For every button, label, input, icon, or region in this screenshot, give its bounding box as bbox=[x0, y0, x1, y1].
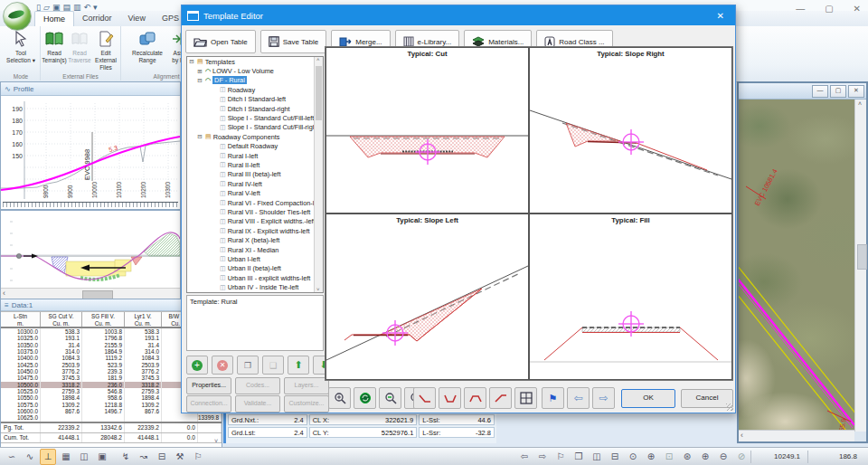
pan-icon[interactable]: ⊛ bbox=[679, 449, 695, 465]
tree-item[interactable]: ◫Default Roadway bbox=[187, 142, 323, 151]
read-terrains-button[interactable]: Read Terrain(s) bbox=[41, 28, 68, 64]
tree-item[interactable]: ◫Rural X (beta)-left bbox=[187, 235, 323, 244]
table-row[interactable]: 10625.013399.8 bbox=[1, 414, 222, 421]
tree-expander-icon[interactable]: ⊟ bbox=[196, 133, 203, 140]
tree-expander-icon[interactable]: ⊟ bbox=[188, 58, 195, 65]
recalculate-range-button[interactable]: Recalculate Range bbox=[130, 28, 165, 64]
add-button[interactable]: + bbox=[186, 356, 208, 375]
tree-item[interactable]: ◫Urban II (beta)-left bbox=[187, 264, 323, 273]
tree-item[interactable]: ◫Ditch I Standard-left bbox=[187, 95, 323, 104]
plan-minimize-icon[interactable]: — bbox=[812, 85, 828, 98]
layers-button[interactable]: Layers... bbox=[284, 377, 329, 394]
scroll-up-icon[interactable]: ˄ bbox=[316, 57, 320, 62]
scroll-up-icon[interactable]: ˄ bbox=[858, 100, 862, 107]
tree-item[interactable]: ◫Urban IV - Inside Tie-left bbox=[187, 282, 323, 291]
tree-item[interactable]: ◫Slope I - Standard Cut/Fill-left bbox=[187, 113, 323, 122]
plan-close-icon[interactable]: ✕ bbox=[848, 85, 864, 98]
open-table-button[interactable]: Open Table bbox=[185, 30, 256, 53]
flag-icon[interactable]: ⚐ bbox=[552, 449, 569, 465]
tools-icon[interactable]: ⚒ bbox=[172, 449, 188, 465]
tree-item[interactable]: ◫Rural VII - Shoulder Ties-left bbox=[187, 207, 323, 216]
find-icon[interactable]: ⊙ bbox=[625, 449, 641, 465]
ribbon-tab[interactable]: View bbox=[120, 11, 154, 26]
zoom-off-icon[interactable]: ⊘ bbox=[733, 449, 750, 465]
tree-item[interactable]: ◫Rural XI - Median bbox=[187, 245, 323, 254]
preview-slope-right[interactable]: Typical: Slope Right bbox=[529, 47, 732, 214]
maximize-icon[interactable]: ▢ bbox=[825, 4, 833, 14]
tree-item[interactable]: ◫Rural VI - Fixed Compaction-left bbox=[187, 198, 323, 207]
data-view-icon[interactable]: ▦ bbox=[58, 449, 74, 465]
save-table-button[interactable]: Save Table bbox=[260, 30, 326, 53]
close-icon[interactable]: ✕ bbox=[854, 4, 861, 14]
next-button[interactable]: ⇨ bbox=[592, 387, 615, 409]
delete-button[interactable]: ✕ bbox=[212, 356, 233, 375]
grid-toggle-icon[interactable] bbox=[514, 387, 537, 409]
preview-slope-left[interactable]: Typical: Slope Left bbox=[326, 214, 529, 380]
profile-view-icon[interactable]: ∿ bbox=[22, 449, 38, 465]
tree-item[interactable]: ◫Ditch I Standard-right bbox=[187, 104, 323, 113]
table-scroll-down-icon[interactable]: ˅ bbox=[214, 438, 218, 444]
dialog-close-icon[interactable]: ✕ bbox=[712, 11, 730, 21]
scroll-down-icon[interactable]: ˅ bbox=[316, 287, 320, 292]
ok-button[interactable]: OK bbox=[621, 389, 675, 408]
tree-item[interactable]: ⊞◠LOWV - Low Volume bbox=[187, 66, 323, 75]
previous-button[interactable]: ⇦ bbox=[567, 387, 590, 409]
cascade-windows-icon[interactable]: ❐ bbox=[571, 449, 587, 465]
edit-external-files-button[interactable]: Edit External Files bbox=[91, 28, 120, 71]
undo-icon[interactable]: ↶ bbox=[83, 2, 90, 13]
fillslope-component-icon[interactable] bbox=[489, 387, 512, 409]
curve-tool-icon[interactable]: ↝ bbox=[136, 449, 152, 465]
ribbon-tab[interactable]: Home bbox=[34, 11, 74, 26]
section-view[interactable] bbox=[1, 211, 180, 288]
step-forward-icon[interactable]: ⇨ bbox=[534, 449, 551, 465]
tree-item[interactable]: ◫Rural V-left bbox=[187, 188, 323, 197]
print-preview-icon[interactable]: ▥ bbox=[73, 2, 81, 13]
plan-vscrollbar[interactable]: ˄ bbox=[854, 100, 866, 432]
plan-hscrollbar[interactable]: ‹ bbox=[739, 430, 854, 441]
section-hscrollbar[interactable]: ‹ bbox=[1, 288, 180, 299]
zoom-out-icon[interactable]: ⊖ bbox=[715, 449, 731, 465]
new-file-icon[interactable]: ▯ bbox=[36, 2, 41, 13]
plan-titlebar[interactable]: — ▢ ✕ bbox=[739, 83, 866, 100]
preview-cut[interactable]: Typical: Cut bbox=[326, 47, 529, 214]
plan-view-icon[interactable]: ∽ bbox=[4, 449, 20, 465]
multipane-view-icon[interactable]: ◫ bbox=[76, 449, 92, 465]
tree-item[interactable]: ◫Rural IX - Explicit widths-left bbox=[187, 226, 323, 235]
marker-flag-icon[interactable]: ⚐ bbox=[190, 449, 206, 465]
tree-item[interactable]: ⊟▤Templates bbox=[187, 57, 323, 66]
qat-caret-icon[interactable]: ▾ bbox=[93, 2, 98, 13]
split-vertical-icon[interactable]: ◫ bbox=[589, 449, 605, 465]
properties-button[interactable]: Properties... bbox=[186, 377, 231, 394]
template-tool-icon[interactable]: ⊟ bbox=[154, 449, 170, 465]
quick-tool-icon[interactable]: ↯ bbox=[118, 449, 134, 465]
zoom-out-button[interactable] bbox=[379, 387, 401, 409]
zoom-window-button[interactable] bbox=[328, 387, 351, 409]
scroll-left-icon[interactable]: ‹ bbox=[3, 289, 5, 298]
save-icon[interactable]: ▣ bbox=[52, 2, 61, 13]
aerial-imagery[interactable]: EVC 10581.4 BC 10955.9 bbox=[739, 100, 854, 432]
profile-chart[interactable]: 190 180 170 160 150 9800 9900 10000 1010… bbox=[1, 96, 180, 204]
section-view-icon[interactable]: ⊥ bbox=[40, 449, 56, 465]
read-traverse-button[interactable]: Read Traverse bbox=[68, 28, 91, 64]
tree-expander-icon[interactable]: ⊟ bbox=[196, 77, 203, 84]
paste-button[interactable]: ❑ bbox=[262, 356, 284, 375]
tree-item[interactable]: ◫Rural III (beta)-left bbox=[187, 170, 323, 179]
zoom-extents-icon[interactable]: ⊕ bbox=[643, 449, 659, 465]
move-up-button[interactable]: ⬆ bbox=[288, 356, 309, 375]
preview-fill[interactable]: Typical: Fill bbox=[529, 214, 732, 380]
insertion-marker[interactable] bbox=[618, 129, 644, 155]
plan-maximize-icon[interactable]: ▢ bbox=[830, 85, 846, 98]
open-file-icon[interactable]: ▱ bbox=[43, 2, 50, 13]
ditch-component-icon[interactable] bbox=[439, 387, 461, 409]
scroll-thumb[interactable] bbox=[316, 66, 322, 120]
ribbon-tab[interactable]: Corridor bbox=[74, 11, 120, 26]
connection-button[interactable]: Connection... bbox=[186, 395, 231, 413]
tree-item[interactable]: ◫Slope I - Standard Cut/Fill-right bbox=[187, 123, 323, 132]
validate-button[interactable]: Validate... bbox=[235, 395, 280, 413]
tree-item[interactable]: ◫Urban I-left bbox=[187, 254, 323, 263]
tree-expander-icon[interactable]: ⊞ bbox=[196, 68, 203, 75]
customize-button[interactable]: Customize... bbox=[284, 395, 329, 413]
minimize-icon[interactable]: — bbox=[796, 4, 805, 14]
scroll-thumb[interactable] bbox=[857, 244, 867, 270]
dialog-titlebar[interactable]: Template Editor ✕ bbox=[182, 5, 735, 25]
